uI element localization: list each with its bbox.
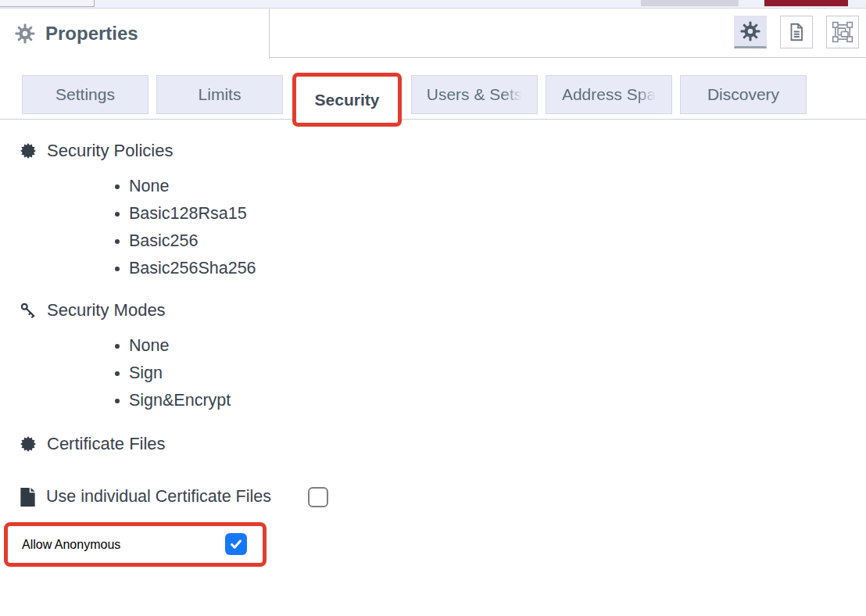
security-modes-heading: Security Modes (20, 299, 866, 321)
tab-label: Limits (199, 85, 242, 104)
seal-icon (20, 142, 37, 159)
partial-dropdown-edge (0, 0, 95, 7)
checkbox-label: Use individual Certificate Files (46, 487, 271, 507)
list-item: Sign (20, 360, 866, 387)
section-title: Security Modes (47, 300, 166, 321)
use-individual-certificate-files-row: Use individual Certificate Files (20, 483, 866, 510)
use-individual-certificate-files-checkbox[interactable] (308, 487, 328, 507)
tab-settings[interactable]: Settings (22, 75, 149, 114)
document-view-button[interactable] (780, 16, 813, 48)
tab-discovery[interactable]: Discovery (680, 75, 807, 114)
section-title: Security Policies (47, 141, 173, 161)
panel-title: Properties (45, 23, 138, 45)
tab-address-space[interactable]: Address Spa (546, 75, 672, 114)
file-icon (20, 488, 36, 507)
tab-bar: Settings Limits Security Users & Sets Ad… (0, 75, 866, 120)
list-item: Sign&Encrypt (20, 387, 866, 414)
tab-label: Address Spa (562, 85, 656, 104)
security-policies-heading: Security Policies (20, 140, 866, 162)
gear-icon (740, 21, 760, 41)
list-item: Basic256 (20, 227, 866, 255)
list-item: Basic128Rsa15 (20, 200, 866, 227)
frame-selection-icon (832, 21, 853, 43)
list-item: None (20, 173, 866, 200)
partial-gray-button-edge (641, 0, 739, 6)
section-title: Certificate Files (47, 434, 166, 454)
key-icon (20, 302, 37, 319)
partial-red-button-edge (764, 0, 848, 6)
properties-view-button[interactable] (734, 16, 767, 48)
annotation-highlight-security-tab: Security (292, 73, 402, 127)
security-tab-content: Security Policies None Basic128Rsa15 Bas… (0, 127, 866, 616)
gear-icon (15, 23, 35, 44)
properties-panel: { "header": { "title": "Properties" }, "… (0, 0, 866, 616)
security-modes-list: None Sign Sign&Encrypt (20, 332, 866, 414)
tab-label: Discovery (707, 85, 779, 104)
seal-icon (20, 435, 37, 453)
document-icon (786, 22, 807, 42)
tab-label: Users & Sets (427, 85, 523, 104)
list-item: None (20, 332, 866, 360)
allow-anonymous-checkbox[interactable] (225, 533, 247, 555)
top-partial-strip (0, 0, 866, 9)
properties-panel-tab[interactable]: Properties (0, 9, 270, 59)
certificate-files-heading: Certificate Files (20, 433, 866, 455)
security-policies-list: None Basic128Rsa15 Basic256 Basic256Sha2… (20, 173, 866, 282)
annotation-highlight-allow-anonymous: Allow Anonymous (4, 522, 267, 567)
header-toolbar (734, 16, 859, 48)
tab-security[interactable]: Security (297, 77, 397, 122)
tab-limits[interactable]: Limits (156, 75, 283, 114)
panel-header: Properties (0, 9, 866, 58)
list-item: Basic256Sha256 (20, 255, 866, 282)
tab-label: Settings (55, 85, 115, 104)
tab-users-settings[interactable]: Users & Sets (411, 75, 538, 114)
checkbox-label: Allow Anonymous (22, 538, 120, 552)
layout-frame-button[interactable] (826, 16, 859, 48)
tab-label: Security (315, 91, 380, 109)
